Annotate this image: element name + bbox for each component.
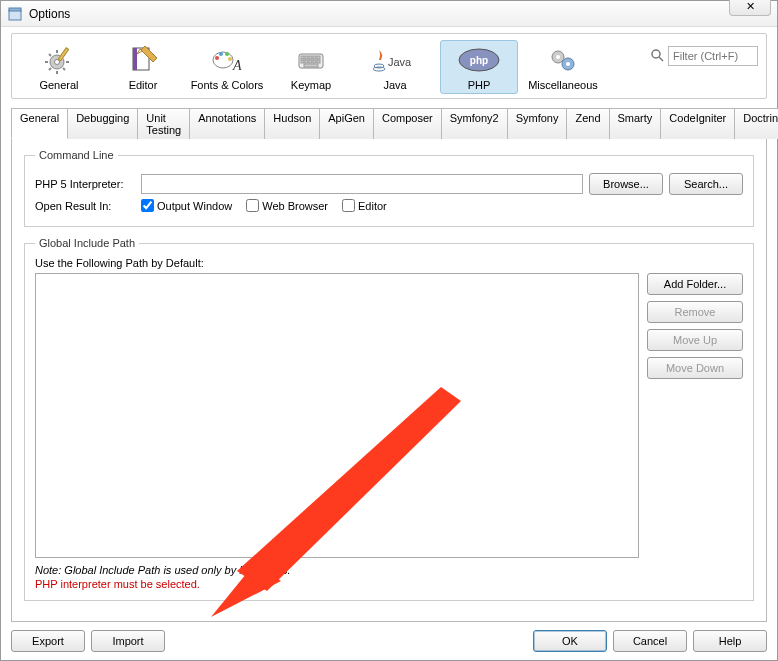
editor-icon [127,43,159,77]
svg-point-21 [228,57,232,61]
php-icon: php [457,43,501,77]
gear-icon [43,43,75,77]
svg-rect-26 [309,56,312,59]
svg-line-9 [63,68,65,70]
misc-icon [547,43,579,77]
svg-point-41 [556,55,560,59]
category-list: General Editor [20,40,602,94]
content-area: General Editor [1,27,777,660]
tab-general[interactable]: General [11,108,68,139]
filter-input[interactable] [668,46,758,66]
add-folder-button[interactable]: Add Folder... [647,273,743,295]
keymap-icon [295,43,327,77]
tab-symfony2[interactable]: Symfony2 [441,108,508,139]
category-keymap[interactable]: Keymap [272,40,350,94]
svg-rect-31 [309,60,312,63]
tab-bar: General Debugging Unit Testing Annotatio… [11,107,767,139]
output-window-checkbox[interactable] [141,199,154,212]
category-label: Java [383,79,406,91]
titlebar: Options ✕ [1,1,777,27]
command-line-group: Command Line PHP 5 Interpreter: Browse..… [24,149,754,227]
tab-smarty[interactable]: Smarty [609,108,662,139]
category-java[interactable]: Java Java [356,40,434,94]
web-browser-option[interactable]: Web Browser [246,199,328,212]
category-label: PHP [468,79,491,91]
include-path-list[interactable] [35,273,639,558]
open-result-label: Open Result In: [35,200,135,212]
tab-composer[interactable]: Composer [373,108,442,139]
tab-unit-testing[interactable]: Unit Testing [137,108,190,139]
svg-text:A: A [232,58,242,73]
dialog-button-bar: Export Import OK Cancel Help [11,630,767,652]
include-path-note: Note: Global Include Path is used only b… [35,564,743,576]
app-icon [7,6,23,22]
category-toolbar: General Editor [11,33,767,99]
tab-apigen[interactable]: ApiGen [319,108,374,139]
tab-hudson[interactable]: Hudson [264,108,320,139]
svg-point-44 [652,50,660,58]
help-button[interactable]: Help [693,630,767,652]
svg-rect-29 [301,60,304,63]
category-label: Fonts & Colors [191,79,264,91]
svg-rect-1 [9,8,21,11]
move-down-button[interactable]: Move Down [647,357,743,379]
svg-point-19 [219,52,223,56]
java-icon: Java [373,43,417,77]
move-up-button[interactable]: Move Up [647,329,743,351]
svg-line-45 [659,57,663,61]
global-include-path-group: Global Include Path Use the Following Pa… [24,237,754,601]
export-button[interactable]: Export [11,630,85,652]
browse-button[interactable]: Browse... [589,173,663,195]
web-browser-checkbox[interactable] [246,199,259,212]
interpreter-input[interactable] [141,174,583,194]
command-line-legend: Command Line [35,149,118,161]
svg-point-43 [566,62,570,66]
remove-button[interactable]: Remove [647,301,743,323]
category-editor[interactable]: Editor [104,40,182,94]
tab-annotations[interactable]: Annotations [189,108,265,139]
svg-line-11 [49,68,51,70]
close-button[interactable]: ✕ [729,0,771,16]
svg-point-18 [215,56,219,60]
output-window-option[interactable]: Output Window [141,199,232,212]
import-button[interactable]: Import [91,630,165,652]
search-icon [650,48,664,64]
tab-symfony[interactable]: Symfony [507,108,568,139]
category-label: Keymap [291,79,331,91]
search-button[interactable]: Search... [669,173,743,195]
svg-rect-34 [304,64,318,67]
use-path-label: Use the Following Path by Default: [35,257,743,269]
options-window: Options ✕ [0,0,778,661]
tab-debugging[interactable]: Debugging [67,108,138,139]
svg-text:Java: Java [388,56,412,68]
tab-zend[interactable]: Zend [566,108,609,139]
svg-rect-32 [313,60,316,63]
cancel-button[interactable]: Cancel [613,630,687,652]
svg-rect-27 [313,56,316,59]
editor-checkbox[interactable] [342,199,355,212]
category-label: Editor [129,79,158,91]
svg-line-8 [49,54,51,56]
svg-rect-14 [133,48,137,70]
category-label: Miscellaneous [528,79,598,91]
svg-rect-25 [305,56,308,59]
svg-rect-30 [305,60,308,63]
tab-doctrine2[interactable]: Doctrine2 [734,108,778,139]
close-icon: ✕ [746,0,755,13]
category-fonts-colors[interactable]: A Fonts & Colors [188,40,266,94]
category-general[interactable]: General [20,40,98,94]
ok-button[interactable]: OK [533,630,607,652]
editor-option[interactable]: Editor [342,199,387,212]
window-title: Options [29,7,70,21]
category-miscellaneous[interactable]: Miscellaneous [524,40,602,94]
category-php[interactable]: php PHP [440,40,518,94]
svg-point-20 [225,52,229,56]
include-path-buttons: Add Folder... Remove Move Up Move Down [647,273,743,558]
svg-rect-28 [317,56,320,59]
tab-panel-general: Command Line PHP 5 Interpreter: Browse..… [11,139,767,622]
category-label: General [39,79,78,91]
svg-text:php: php [470,55,488,66]
svg-rect-24 [301,56,304,59]
tab-codeigniter[interactable]: CodeIgniter [660,108,735,139]
svg-point-3 [55,60,60,65]
